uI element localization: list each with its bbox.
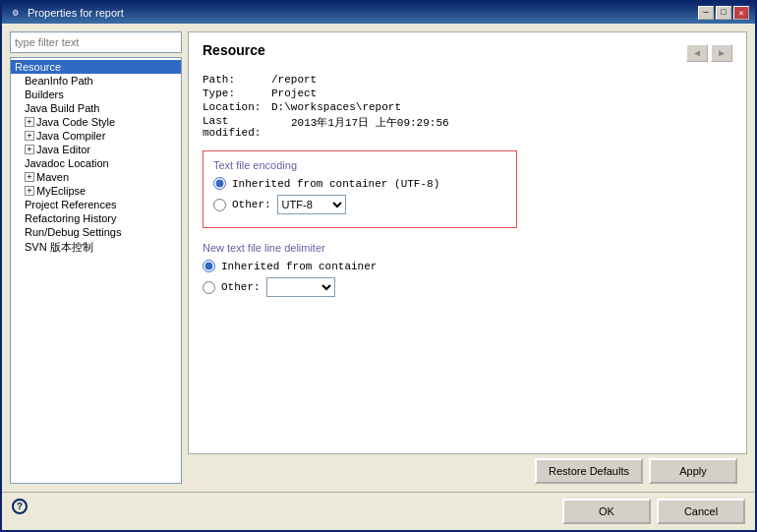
last-modified-value: 2013年1月17日 上午09:29:56: [291, 115, 449, 139]
cancel-button[interactable]: Cancel: [657, 499, 745, 524]
encoding-other-label: Other:: [232, 199, 271, 210]
window-controls: ─ □ ✕: [698, 6, 749, 20]
ok-button[interactable]: OK: [562, 499, 651, 524]
title-bar: ⚙ Properties for report ─ □ ✕: [2, 2, 755, 24]
window-title: Properties for report: [28, 7, 694, 19]
right-panel-wrapper: Resource ◀ ▶ Path: /report Type: Project…: [188, 31, 747, 484]
tree-item-resource[interactable]: Resource: [11, 60, 181, 74]
encoding-other-radio[interactable]: [213, 199, 226, 211]
delimiter-section: New text file line delimiter Inherited f…: [203, 242, 732, 302]
expand-icon-java-editor: +: [25, 145, 34, 154]
encoding-section-label: Text file encoding: [213, 159, 506, 171]
dialog-body: Resource BeanInfo Path Builders Java Bui…: [2, 24, 755, 492]
path-value: /report: [271, 74, 317, 86]
encoding-other-select[interactable]: UTF-8: [277, 195, 346, 214]
delimiter-inherited-label: Inherited from container: [221, 261, 377, 272]
close-button[interactable]: ✕: [733, 6, 749, 20]
delimiter-inherited-radio[interactable]: [203, 260, 215, 272]
expand-icon-java-code-style: +: [25, 117, 34, 127]
tree-item-maven[interactable]: + Maven: [11, 170, 181, 184]
tree-item-java-compiler[interactable]: + Java Compiler: [11, 129, 181, 143]
tree-item-javadoc-location[interactable]: Javadoc Location: [11, 156, 181, 170]
tree-item-myeclipse[interactable]: + MyEclipse: [11, 184, 181, 198]
path-row: Path: /report: [203, 74, 732, 86]
tree-item-beaninfo-path[interactable]: BeanInfo Path: [11, 74, 181, 88]
type-row: Type: Project: [203, 88, 732, 99]
encoding-other-row: Other: UTF-8: [213, 195, 506, 214]
window-icon: ⚙: [8, 5, 24, 21]
tree-item-run-debug-settings[interactable]: Run/Debug Settings: [11, 225, 181, 239]
section-title: Resource: [203, 42, 265, 58]
restore-defaults-button[interactable]: Restore Defaults: [535, 458, 643, 484]
tree-item-builders[interactable]: Builders: [11, 88, 181, 101]
delimiter-other-label: Other:: [221, 281, 261, 293]
tree-item-project-references[interactable]: Project References: [11, 198, 181, 211]
right-header: Resource ◀ ▶: [203, 42, 732, 68]
tree-item-svn[interactable]: SVN 版本控制: [11, 239, 181, 256]
expand-icon-java-compiler: +: [25, 131, 34, 141]
bottom-bar: ? OK Cancel: [2, 492, 755, 530]
type-value: Project: [271, 88, 317, 99]
restore-apply-bar: Restore Defaults Apply: [188, 454, 747, 484]
expand-icon-maven: +: [25, 172, 34, 182]
back-button[interactable]: ◀: [686, 44, 708, 62]
minimize-button[interactable]: ─: [698, 6, 714, 20]
encoding-inherited-label: Inherited from container (UTF-8): [232, 178, 439, 190]
properties-dialog: ⚙ Properties for report ─ □ ✕ Resource B…: [0, 0, 757, 532]
last-modified-row: Last modified: 2013年1月17日 上午09:29:56: [203, 115, 732, 139]
tree-item-refactoring-history[interactable]: Refactoring History: [11, 211, 181, 225]
tree-item-java-build-path[interactable]: Java Build Path: [11, 101, 181, 115]
type-label: Type:: [203, 88, 271, 99]
encoding-inherited-row: Inherited from container (UTF-8): [213, 177, 506, 190]
location-label: Location:: [203, 101, 271, 113]
path-label: Path:: [203, 74, 271, 86]
filter-input[interactable]: [10, 31, 182, 53]
delimiter-other-select[interactable]: [266, 277, 335, 297]
forward-button[interactable]: ▶: [711, 44, 732, 62]
delimiter-inherited-row: Inherited from container: [203, 260, 732, 272]
maximize-button[interactable]: □: [716, 6, 731, 20]
right-panel: Resource ◀ ▶ Path: /report Type: Project…: [188, 31, 747, 454]
left-panel: Resource BeanInfo Path Builders Java Bui…: [10, 31, 182, 484]
location-row: Location: D:\workspaces\report: [203, 101, 732, 113]
encoding-box: Text file encoding Inherited from contai…: [203, 150, 517, 228]
encoding-inherited-radio[interactable]: [213, 177, 226, 190]
tree-item-java-code-style[interactable]: + Java Code Style: [11, 115, 181, 129]
tree-item-java-editor[interactable]: + Java Editor: [11, 143, 181, 156]
location-value: D:\workspaces\report: [271, 101, 401, 113]
apply-button[interactable]: Apply: [649, 458, 737, 484]
last-modified-label: Last modified:: [203, 115, 291, 139]
expand-icon-myeclipse: +: [25, 186, 34, 196]
delimiter-section-label: New text file line delimiter: [203, 242, 732, 254]
delimiter-other-radio[interactable]: [203, 281, 215, 294]
help-icon[interactable]: ?: [12, 499, 28, 514]
delimiter-other-row: Other:: [203, 277, 732, 297]
tree-panel: Resource BeanInfo Path Builders Java Bui…: [10, 57, 182, 484]
